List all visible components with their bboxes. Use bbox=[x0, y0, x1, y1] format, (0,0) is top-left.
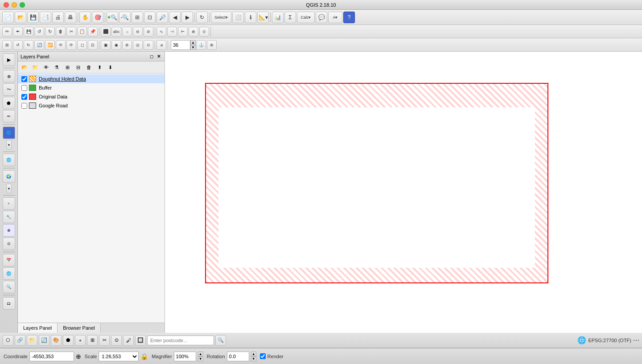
edit-btn[interactable]: ✏ bbox=[2, 27, 12, 37]
rollback2-btn[interactable]: ↻ bbox=[45, 27, 55, 37]
adv4-btn[interactable]: 🔄 bbox=[34, 40, 44, 50]
loc-btn-1[interactable]: ⬡ bbox=[3, 335, 13, 346]
zoom-in-button[interactable]: +🔍 bbox=[107, 12, 118, 23]
zoom-layer-button[interactable]: ⊡ bbox=[144, 12, 156, 23]
adv8-btn[interactable]: ◻ bbox=[77, 40, 87, 50]
layers-restore-btn[interactable]: ◻ bbox=[148, 53, 155, 59]
paste-btn[interactable]: 📌 bbox=[88, 27, 98, 37]
maximize-button[interactable] bbox=[20, 2, 25, 8]
adv12-btn[interactable]: ⊛ bbox=[122, 40, 132, 50]
add-polygon-tool[interactable]: ⬟ bbox=[3, 97, 15, 109]
deselect-btn[interactable]: ⬜ bbox=[232, 12, 244, 23]
measure-btn[interactable]: 📐▾ bbox=[257, 12, 269, 23]
crs-dropdown[interactable]: ▾ bbox=[6, 140, 12, 150]
adv5-btn[interactable]: 🔁 bbox=[45, 40, 55, 50]
rotation-down-status[interactable]: ▼ bbox=[251, 356, 256, 361]
magnifier-down[interactable]: ▼ bbox=[198, 356, 203, 361]
layer-item-doughnut[interactable]: Doughnut Holed Data bbox=[18, 74, 165, 83]
tool-e[interactable]: 📅 bbox=[3, 254, 15, 266]
field-calc-btn[interactable]: Calc▾ bbox=[297, 12, 315, 23]
layer-checkbox-buffer[interactable] bbox=[21, 85, 27, 91]
rotation-down[interactable]: ▼ bbox=[190, 45, 196, 50]
select-btn[interactable]: Select▾ bbox=[211, 12, 231, 23]
scale-select[interactable]: 1:26,553 bbox=[99, 352, 139, 361]
coordinate-input[interactable] bbox=[29, 352, 74, 361]
del-sel-btn[interactable]: 🗑 bbox=[56, 27, 66, 37]
identify-btn[interactable]: ℹ bbox=[245, 12, 256, 23]
layer-item-original[interactable]: Original Data bbox=[18, 92, 165, 101]
stats-btn[interactable]: Σ bbox=[284, 12, 296, 23]
move-feat-btn[interactable]: abc bbox=[111, 27, 121, 37]
undo-btn[interactable]: ↺ bbox=[13, 40, 23, 50]
osm-dropdown[interactable]: ▾ bbox=[6, 184, 12, 193]
add-point-tool[interactable]: ⊕ bbox=[3, 70, 15, 82]
loc-btn-5[interactable]: 🎨 bbox=[51, 335, 62, 346]
manage-styles-btn[interactable]: 👁 bbox=[41, 62, 51, 72]
del-part-btn[interactable]: ⊘ bbox=[144, 27, 153, 37]
crs-tool[interactable]: 🌐 bbox=[3, 127, 15, 139]
tool-d[interactable]: ⊙ bbox=[3, 237, 15, 250]
tool-c[interactable]: ⊕ bbox=[3, 224, 15, 237]
tab-layers[interactable]: Layers Panel bbox=[18, 323, 58, 333]
tab-browser[interactable]: Browser Panel bbox=[58, 323, 101, 333]
new-button[interactable]: 📄 bbox=[2, 12, 14, 23]
save-as-button[interactable]: 📑 bbox=[40, 12, 51, 23]
pan-button[interactable]: ✋ bbox=[79, 12, 91, 23]
tool-h[interactable]: 🗂 bbox=[3, 297, 15, 310]
zoom-prev-button[interactable]: ◀ bbox=[169, 12, 181, 23]
loc-btn-9[interactable]: ✂ bbox=[99, 335, 110, 346]
render-checkbox[interactable] bbox=[260, 353, 266, 359]
del-ring-btn[interactable]: ⊖ bbox=[133, 27, 143, 37]
wms-tool[interactable]: 🌐 bbox=[3, 154, 15, 166]
layer-checkbox-doughnut[interactable] bbox=[21, 76, 27, 82]
pan-to-button[interactable]: 🎯 bbox=[92, 12, 103, 23]
adv6-btn[interactable]: ⟲ bbox=[56, 40, 66, 50]
rollback-btn[interactable]: ↺ bbox=[34, 27, 44, 37]
remove-layer-btn[interactable]: 🗑 bbox=[84, 62, 94, 72]
reshape-btn[interactable]: ∿ bbox=[156, 27, 166, 37]
label-btn[interactable]: A▾ bbox=[328, 12, 342, 23]
tool-b[interactable]: 🔧 bbox=[3, 211, 15, 223]
edit-tool[interactable]: ✏ bbox=[3, 110, 15, 123]
loc-btn-10[interactable]: ⊙ bbox=[111, 335, 122, 346]
adv1-btn[interactable]: ⊞ bbox=[2, 40, 12, 50]
refresh-button[interactable]: ↻ bbox=[196, 12, 208, 23]
add-line-tool[interactable]: 〜 bbox=[3, 83, 15, 96]
map-canvas[interactable] bbox=[165, 52, 642, 333]
tool-f[interactable]: 🌐 bbox=[3, 267, 15, 280]
more-button[interactable]: ⋯ bbox=[633, 337, 639, 344]
move-down-btn[interactable]: ⬇ bbox=[105, 62, 115, 72]
help-btn[interactable]: ? bbox=[343, 12, 355, 23]
add-layer-group-btn[interactable]: 📁 bbox=[30, 62, 40, 72]
layer-item-google[interactable]: Google Road bbox=[18, 101, 165, 110]
redo-btn[interactable]: ↻ bbox=[24, 40, 33, 50]
rotation-input[interactable] bbox=[227, 352, 249, 361]
save-button[interactable]: 💾 bbox=[27, 12, 39, 23]
expand-all-btn[interactable]: ⊞ bbox=[62, 62, 72, 72]
zoom-selection-button[interactable]: 🔎 bbox=[156, 12, 168, 23]
adv9-btn[interactable]: ⊡ bbox=[88, 40, 98, 50]
collapse-all-btn[interactable]: ⊟ bbox=[73, 62, 83, 72]
search-postcode-btn[interactable]: 🔍 bbox=[215, 335, 226, 346]
split2-btn[interactable]: ⊢ bbox=[178, 27, 188, 37]
osm-tool[interactable]: 🌍 bbox=[3, 170, 15, 183]
node-btn[interactable]: ⬦ bbox=[122, 27, 132, 37]
open-layer-btn[interactable]: 📂 bbox=[20, 62, 29, 72]
loc-btn-6[interactable]: ⬟ bbox=[63, 335, 74, 346]
postcode-input[interactable] bbox=[147, 335, 214, 345]
adv17-btn[interactable]: ⊗ bbox=[207, 40, 217, 50]
magnifier-input[interactable] bbox=[174, 352, 196, 361]
zoom-next-button[interactable]: ▶ bbox=[181, 12, 193, 23]
print-compose-button[interactable]: 🖶 bbox=[65, 12, 76, 23]
adv15-btn[interactable]: ⌀ bbox=[156, 40, 166, 50]
cut-btn[interactable]: ✂ bbox=[66, 27, 76, 37]
adv13-btn[interactable]: ◎ bbox=[133, 40, 143, 50]
select-tool[interactable]: ▶ bbox=[3, 53, 15, 66]
tips-btn[interactable]: 💬 bbox=[316, 12, 327, 23]
loc-btn-3[interactable]: 📁 bbox=[27, 335, 37, 346]
adv10-btn[interactable]: ▣ bbox=[101, 40, 111, 50]
close-button[interactable] bbox=[4, 2, 9, 8]
zoom-full-button[interactable]: ⊞ bbox=[132, 12, 143, 23]
loc-btn-4[interactable]: 🔄 bbox=[39, 335, 49, 346]
save-edits-btn[interactable]: 💾 bbox=[24, 27, 33, 37]
